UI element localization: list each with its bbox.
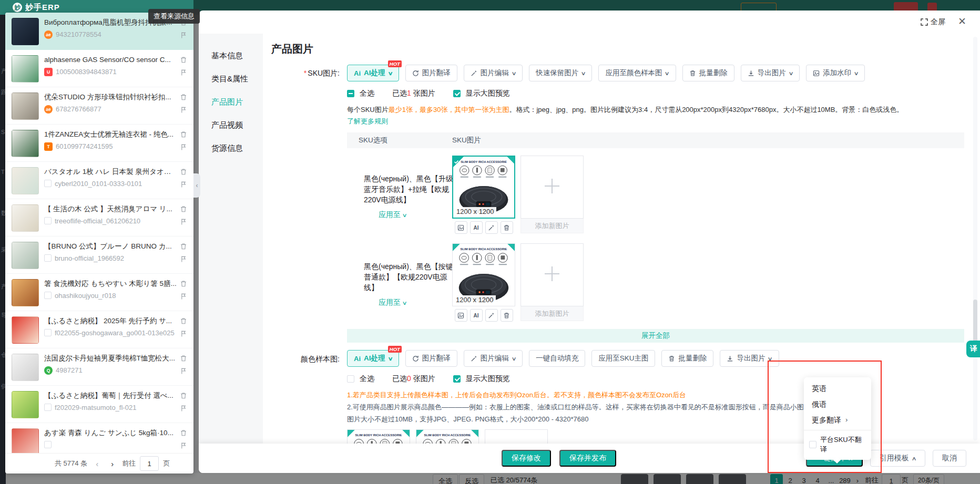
add-image-card[interactable]: [485, 429, 548, 444]
more-rules-link[interactable]: 了解更多规则: [347, 117, 388, 126]
flag-icon[interactable]: [180, 367, 187, 375]
product-list-item[interactable]: バスタオル 1枚 ハレ 日本製 泉州タオル...cyberl2010_0101-…: [5, 162, 193, 199]
delete-icon[interactable]: [180, 429, 187, 437]
product-list-item[interactable]: 法国皮尔卡丹短袖男夏季纯棉T恤宽松大...Q4987271: [5, 348, 193, 386]
product-checkbox[interactable]: [44, 217, 52, 224]
ai-process-button[interactable]: AiAI处理∨HOT: [347, 350, 399, 367]
delete-image-button[interactable]: [501, 309, 513, 322]
delete-icon[interactable]: [180, 317, 187, 325]
export-images-button[interactable]: 导出图片∨: [741, 65, 800, 81]
floating-translate-button[interactable]: 译: [966, 341, 980, 357]
drawer-collapse-handle[interactable]: ‹: [193, 173, 200, 198]
color-sample-image-card[interactable]: SLIM BODY RICH ACCESSORIE: [416, 429, 479, 444]
flag-icon[interactable]: [180, 143, 187, 151]
product-checkbox[interactable]: [44, 404, 52, 411]
menu-item-language[interactable]: 英语: [804, 380, 871, 396]
close-icon[interactable]: ✕: [958, 16, 966, 27]
product-checkbox[interactable]: [44, 441, 52, 448]
image-translate-button[interactable]: 图片翻译: [405, 65, 457, 81]
product-checkbox[interactable]: [44, 180, 52, 187]
product-list-item[interactable]: 优朵STUDIO 方形珍珠钮扣针织衬衫扣...ae678276766877: [5, 87, 193, 125]
product-list-item[interactable]: 1件ZANZEA女士优雅无袖连衣裙 - 纯色...T60109977424159…: [5, 125, 193, 162]
tab-basic-info[interactable]: 基本信息: [199, 44, 263, 67]
flag-icon[interactable]: [180, 442, 187, 449]
delete-icon[interactable]: [180, 355, 187, 362]
menu-item-no-sku-translate[interactable]: 平台SKU不翻译: [804, 430, 871, 460]
flag-icon[interactable]: [180, 255, 187, 263]
tab-category-attrs[interactable]: 类目&属性: [199, 67, 263, 90]
delete-image-button[interactable]: [501, 221, 513, 234]
ai-process-button[interactable]: AiAI处理∨HOT: [347, 65, 399, 81]
preview-checkbox[interactable]: [453, 90, 461, 97]
add-watermark-button[interactable]: 添加水印∨: [806, 65, 865, 81]
magic-edit-button[interactable]: [485, 221, 498, 234]
cancel-button[interactable]: 取消: [933, 450, 966, 467]
flag-icon[interactable]: [180, 405, 187, 412]
add-image-card[interactable]: 添加新图片: [520, 243, 584, 321]
delete-icon[interactable]: [180, 94, 187, 101]
flag-icon[interactable]: [180, 32, 187, 39]
sku-no-translate-checkbox[interactable]: [809, 441, 816, 448]
product-list-item[interactable]: 箸 食洗機対応 もちやすい 木彫り箸 5膳...ohashikoujyou_r0…: [5, 274, 193, 311]
image-translate-button[interactable]: 图片翻译: [405, 350, 457, 367]
add-image-card[interactable]: 添加新图片: [520, 156, 584, 233]
color-sample-image-card[interactable]: SLIM BODY RICH ACCESSORIE: [347, 429, 410, 444]
product-checkbox[interactable]: [44, 329, 52, 336]
product-checkbox[interactable]: [44, 254, 52, 262]
menu-item-language[interactable]: 俄语: [804, 396, 871, 412]
ai-edit-button[interactable]: AI: [470, 309, 483, 322]
tab-source-info[interactable]: 货源信息: [199, 137, 263, 160]
delete-icon[interactable]: [180, 131, 187, 138]
image-edit-button[interactable]: 图片编辑∨: [464, 65, 523, 81]
flag-icon[interactable]: [180, 330, 187, 337]
modal-scrollbar-track[interactable]: [973, 37, 977, 440]
flag-icon[interactable]: [180, 293, 187, 300]
flag-icon[interactable]: [180, 106, 187, 114]
delete-icon[interactable]: [180, 56, 187, 64]
fullscreen-button[interactable]: 全屏: [921, 17, 945, 27]
product-list-item[interactable]: 【ふるさと納税】葡萄｜先行受付 選べ...f202029-matsumoto_f…: [5, 386, 193, 423]
prev-page-icon[interactable]: ‹: [91, 459, 103, 468]
delete-icon[interactable]: [180, 205, 187, 213]
delete-icon[interactable]: [180, 168, 187, 176]
auto-fill-button[interactable]: 一键自动填充: [529, 350, 585, 367]
apply-to-sku-main-button[interactable]: 应用至SKU主图: [591, 350, 655, 367]
batch-delete-button[interactable]: 批量删除: [661, 350, 713, 367]
replace-image-button[interactable]: [455, 309, 467, 322]
delete-icon[interactable]: [180, 243, 187, 250]
flag-icon[interactable]: [180, 69, 187, 76]
next-page-icon[interactable]: ›: [107, 459, 118, 468]
sku-image-card[interactable]: SLIM BODY RICH ACCESSORIE1200 x 1200: [452, 156, 515, 219]
product-list-item[interactable]: あす楽 青森 りんご サンふじ 5kg箱·10...: [5, 423, 193, 453]
menu-item-more-translate[interactable]: 更多翻译›: [804, 412, 871, 428]
use-template-button[interactable]: 引用模板∧: [870, 450, 925, 467]
product-list-item[interactable]: 【BRUNO 公式】ブルーノ BRUNO カ...bruno-official_…: [5, 236, 193, 274]
apply-to-link[interactable]: 应用至 ∨: [379, 298, 406, 307]
select-all-checkbox[interactable]: [347, 375, 354, 383]
apply-to-link[interactable]: 应用至 ∨: [379, 210, 406, 220]
delete-icon[interactable]: [180, 392, 187, 399]
page-input[interactable]: [140, 456, 159, 471]
flag-icon[interactable]: [180, 181, 187, 188]
save-and-publish-button[interactable]: 保存并发布: [559, 450, 616, 467]
quick-keep-images-button[interactable]: 快速保留图片∨: [529, 65, 592, 81]
product-list-item[interactable]: 【 生活の木 公式 】天然消臭アロマ リ...treeoflife-offici…: [5, 199, 193, 236]
product-list-item[interactable]: 【ふるさと納税】 2025年 先行予約 サ...f022055-goshogaw…: [5, 311, 193, 348]
apply-to-color-sample-button[interactable]: 应用至颜色样本图∨: [598, 65, 676, 81]
export-images-button[interactable]: 导出图片∨: [720, 350, 779, 367]
ai-edit-button[interactable]: AI: [470, 221, 483, 234]
replace-image-button[interactable]: [455, 221, 467, 234]
save-changes-button[interactable]: 保存修改: [502, 450, 551, 467]
preview-checkbox[interactable]: [453, 375, 461, 383]
magic-edit-button[interactable]: [485, 309, 498, 322]
image-edit-button[interactable]: 图片编辑∨: [464, 350, 523, 367]
batch-delete-button[interactable]: 批量删除: [682, 65, 734, 81]
product-list-item[interactable]: alphasense GAS Sensor/CO sensor C...U100…: [5, 50, 193, 87]
flag-icon[interactable]: [180, 218, 187, 225]
product-checkbox[interactable]: [44, 292, 52, 299]
delete-icon[interactable]: [180, 280, 187, 287]
tab-product-video[interactable]: 产品视频: [199, 114, 263, 137]
expand-all-link[interactable]: 展开全部: [347, 329, 964, 343]
select-all-checkbox[interactable]: [347, 90, 354, 97]
tab-product-images[interactable]: 产品图片: [199, 90, 263, 114]
